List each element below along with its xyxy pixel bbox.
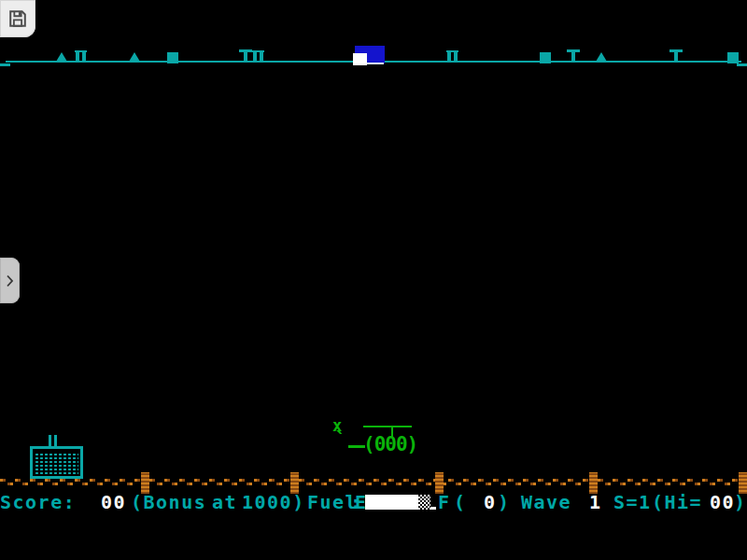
side-panel-expand-button[interactable] xyxy=(0,258,20,303)
plane-body-glyphs: (000) xyxy=(363,433,417,455)
fuel-gauge-dither xyxy=(418,495,430,510)
radar-marker-square xyxy=(167,52,178,63)
radar-marker-square xyxy=(540,52,551,63)
radar-player-underline xyxy=(367,63,384,64)
plane-upper-wing xyxy=(363,426,412,427)
plane-tail-glyph: ` xyxy=(334,427,346,451)
radar-marker-pi xyxy=(446,50,458,62)
radar-marker-pi xyxy=(252,50,264,62)
status-text: 00 xyxy=(710,493,735,511)
status-text: 0 xyxy=(484,493,497,511)
radar-line-right-stub xyxy=(737,63,747,66)
radar-marker-pi xyxy=(75,50,87,62)
game-screen: x ` (000) Score:00(Bonusat1000)Fuel:EF(0… xyxy=(0,0,747,560)
status-text: 1000) xyxy=(242,493,305,511)
fuel-gauge-fill xyxy=(365,495,418,510)
fuel-gauge-tick xyxy=(430,507,436,510)
chevron-right-icon xyxy=(6,274,14,287)
depot-tank xyxy=(30,446,83,479)
save-icon xyxy=(7,8,28,29)
radar-marker-tee xyxy=(669,49,683,62)
radar-line-left-stub xyxy=(0,63,10,66)
radar-player-dot xyxy=(353,53,367,65)
status-text: ) xyxy=(734,493,747,511)
status-text: Score: xyxy=(0,493,76,511)
radar-marker-triangle xyxy=(596,52,607,62)
status-text: Wave xyxy=(521,493,571,511)
status-text: (Hi= xyxy=(652,493,702,511)
status-text: at xyxy=(212,493,237,511)
ground-line xyxy=(0,478,747,486)
status-text: ) xyxy=(498,493,511,511)
radar-marker-triangle xyxy=(129,52,140,62)
save-state-button[interactable] xyxy=(0,0,35,37)
radar-marker-triangle xyxy=(56,52,67,62)
radar-marker-square xyxy=(727,52,739,63)
status-text: S=1 xyxy=(613,493,652,511)
radar-marker-tee xyxy=(567,49,580,62)
status-text: F xyxy=(438,493,451,511)
status-text: ( xyxy=(454,493,467,511)
status-text: 1 xyxy=(589,493,602,511)
status-text: (Bonus xyxy=(131,493,206,511)
radar-marker-tee xyxy=(239,49,252,62)
status-text: 00 xyxy=(101,493,126,511)
